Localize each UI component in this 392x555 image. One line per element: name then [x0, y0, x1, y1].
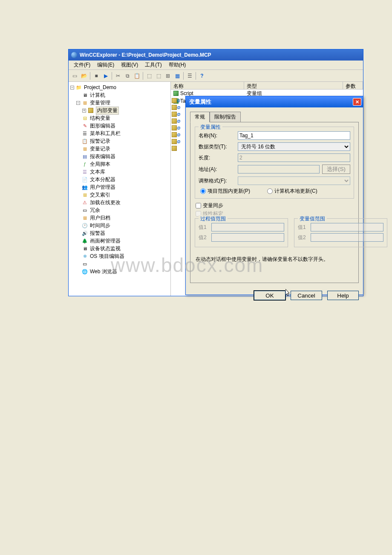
menu-view[interactable]: 视图(V) [118, 61, 141, 69]
datatype-select[interactable]: 无符号 16 位数 [238, 142, 350, 151]
new-icon[interactable]: ▭ [70, 72, 79, 80]
at-icon: @ [177, 133, 181, 137]
dialog-titlebar[interactable]: 变量属性 ✕ [186, 96, 363, 107]
tree-item[interactable]: 文本分配器 [90, 176, 115, 183]
play-icon[interactable]: ▶ [101, 72, 110, 80]
app-icon [71, 52, 77, 58]
length-input [238, 153, 350, 162]
group-icon [173, 91, 179, 96]
menu-edit[interactable]: 编辑(E) [94, 61, 118, 69]
tag-icon [172, 132, 177, 137]
close-button[interactable]: ✕ [353, 98, 361, 106]
select-button: 选择(S) [322, 165, 350, 174]
at-icon: @ [177, 119, 181, 123]
grid-icon[interactable]: ▦ [173, 72, 182, 80]
label-datatype: 数据类型(T): [199, 143, 238, 150]
variable-properties-dialog: 变量属性 ✕ 常规 限制/报告 变量属性 名称(N): 数据类型(T): 无符号… [185, 96, 363, 295]
group-variable-props: 变量属性 名称(N): 数据类型(T): 无符号 16 位数 长度: 地址(A)… [195, 127, 354, 199]
col-param[interactable]: 参数 [343, 82, 363, 89]
tab-general[interactable]: 常规 [190, 112, 210, 122]
cursor-icon [285, 289, 291, 297]
dialog-title: 变量属性 [189, 98, 211, 106]
tree-item[interactable]: Web 浏览器 [90, 268, 117, 275]
tree-item[interactable]: 变量管理 [90, 99, 110, 107]
tree-item[interactable]: 计算机 [90, 92, 105, 99]
props-icon[interactable]: ☰ [185, 72, 194, 80]
stop-icon[interactable]: ■ [92, 72, 101, 80]
tree-item-selected[interactable]: 内部变量 [96, 107, 119, 115]
tree-item[interactable]: 画面树管理器 [90, 237, 121, 245]
cancel-button[interactable]: Cancel [291, 291, 322, 300]
menubar: 文件(F) 编辑(E) 视图(V) 工具(T) 帮助(H) [69, 61, 363, 70]
tool3-icon[interactable]: ⊞ [164, 72, 172, 80]
tree-view[interactable]: −📁Project_Demo 🖥计算机 −⊞变量管理 +内部变量 ⊟结构变量 ✎… [69, 82, 171, 296]
address-input [238, 165, 320, 173]
tag-icon [172, 146, 177, 151]
cut-icon[interactable]: ✂ [114, 72, 122, 80]
tree-item[interactable]: 报表编辑器 [90, 153, 115, 160]
tree-item[interactable]: 报警记录 [90, 138, 110, 145]
menu-help[interactable]: 帮助(H) [165, 61, 190, 69]
tag-icon [172, 125, 177, 130]
radio-project-scope[interactable]: 项目范围内更新(P) [200, 188, 250, 195]
help-button[interactable]: Help [327, 291, 359, 300]
at-icon: @ [177, 98, 181, 103]
tree-item[interactable]: 图形编辑器 [90, 122, 115, 130]
checkbox-sync[interactable]: 变量同步 [196, 202, 354, 209]
tree-item[interactable]: 时间同步 [90, 222, 110, 229]
tree-item[interactable]: 冗余 [90, 207, 100, 214]
label-format: 调整格式(F): [199, 177, 238, 185]
menu-file[interactable]: 文件(F) [70, 61, 94, 69]
toolbar: ▭ 📂 ■ ▶ ✂ ⧉ 📋 ⬚ ⬚ ⊞ ▦ ☰ ? [69, 70, 363, 82]
var-v1-input [311, 223, 383, 231]
tree-item[interactable]: 用户归档 [90, 214, 110, 222]
col-type[interactable]: 类型 [244, 82, 343, 89]
at-icon: @ [177, 112, 181, 116]
tree-item[interactable]: 变量记录 [90, 145, 110, 153]
tree-root[interactable]: Project_Demo [84, 84, 116, 90]
tree-item[interactable]: 交叉索引 [90, 191, 110, 199]
process-v2-input [211, 233, 284, 242]
group-process-range: 过程值范围 值1 值2 [195, 218, 288, 247]
tag-icon [172, 105, 177, 110]
group-variable-range: 变量值范围 值1 值2 [294, 218, 387, 247]
tree-item[interactable]: 用户管理器 [90, 184, 115, 191]
format-select [238, 176, 350, 185]
window-title: WinCCExplorer - E:\Project_Demo\Project_… [80, 52, 211, 58]
tree-item[interactable]: 报警器 [90, 230, 105, 237]
titlebar[interactable]: WinCCExplorer - E:\Project_Demo\Project_… [69, 49, 363, 61]
tree-item[interactable]: 全局脚本 [90, 161, 110, 168]
ok-button[interactable]: OK [254, 291, 285, 300]
tag-icon [172, 112, 177, 117]
tree-item[interactable]: 设备状态监视 [90, 245, 121, 252]
note-text: 在动态对话框中使用变量时，请确保变量名不以数字开头。 [196, 256, 353, 263]
at-icon: @ [177, 126, 181, 130]
tree-item[interactable]: 文本库 [90, 168, 105, 176]
open-icon[interactable]: 📂 [80, 72, 88, 80]
col-name[interactable]: 名称 [171, 82, 244, 89]
menu-tools[interactable]: 工具(T) [141, 61, 165, 69]
tree-item[interactable]: 菜单和工具栏 [90, 130, 121, 137]
tag-icon [172, 119, 177, 124]
tree-item[interactable]: OS 项目编辑器 [90, 253, 124, 260]
at-icon: @ [177, 139, 181, 144]
name-input[interactable] [238, 131, 350, 140]
var-v2-input [311, 233, 383, 242]
paste-icon[interactable]: 📋 [133, 72, 141, 80]
tool2-icon[interactable]: ⬚ [154, 72, 163, 80]
label-address: 地址(A): [199, 166, 238, 173]
list-header: 名称 类型 参数 [171, 82, 363, 90]
tab-limit[interactable]: 限制/报告 [210, 112, 241, 122]
tree-item[interactable]: 加载在线更改 [90, 199, 121, 206]
tree-item[interactable]: 结构变量 [90, 115, 110, 122]
help-icon[interactable]: ? [198, 72, 206, 80]
radio-local-scope[interactable]: 计算机本地更新(C) [267, 188, 317, 195]
tag-icon [172, 98, 177, 103]
tag-icon [172, 139, 177, 144]
label-name: 名称(N): [199, 132, 238, 139]
group-title: 变量属性 [199, 124, 222, 131]
tool1-icon[interactable]: ⬚ [145, 72, 153, 80]
label-length: 长度: [199, 154, 238, 162]
copy-icon[interactable]: ⧉ [123, 72, 132, 80]
process-v1-input [211, 223, 284, 231]
